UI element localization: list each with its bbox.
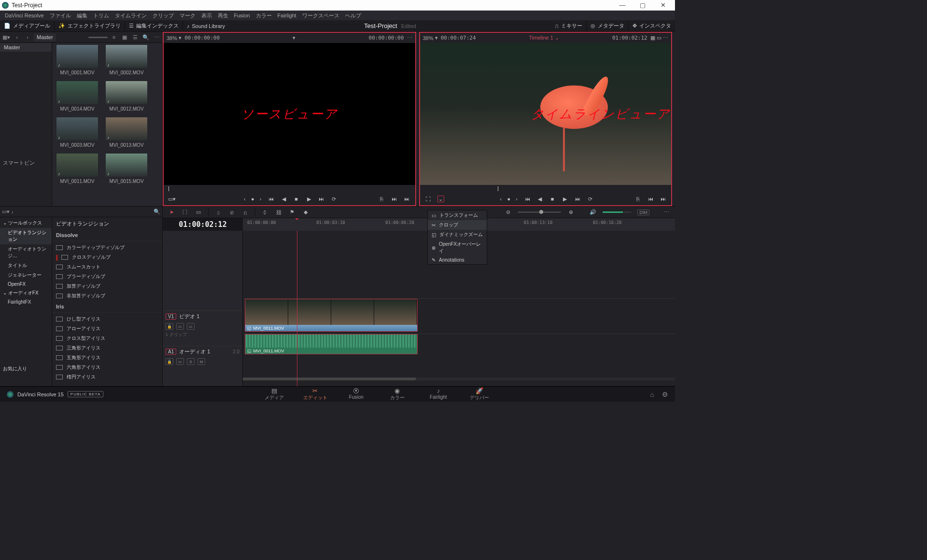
menu-item[interactable]: トリム (90, 12, 112, 19)
expand-icon[interactable]: ▭ (657, 35, 661, 41)
media-pool-toggle[interactable]: 📄 メディアプール (0, 20, 54, 32)
zoom-out-icon[interactable]: ⊖ (504, 209, 512, 216)
program-scrubber[interactable] (420, 185, 672, 193)
zoom-level[interactable]: 38% (167, 35, 177, 41)
nav-fwd-icon[interactable]: › (23, 33, 32, 42)
options-icon[interactable]: ⋯ (663, 35, 668, 41)
trim-tool-icon[interactable]: 〔〕 (181, 209, 189, 216)
horizontal-scrollbar[interactable] (243, 378, 675, 380)
menu-item[interactable]: カラー (253, 12, 275, 19)
transform-icon[interactable]: ⛶ (425, 196, 432, 202)
audio-track-header[interactable]: A1オーディオ 12.0 🔒▭SM (163, 346, 242, 369)
fx-item[interactable]: 六角形アイリス (52, 363, 162, 372)
page-media[interactable]: ▤メディア (253, 387, 295, 401)
close-button[interactable]: ✕ (653, 1, 673, 9)
stop-icon[interactable]: ■ (293, 196, 300, 202)
scopes-icon[interactable]: ▦ (650, 35, 655, 41)
step-fwd-icon[interactable]: ⏭ (318, 196, 325, 202)
menu-item[interactable]: 編集 (74, 12, 90, 19)
video-clip[interactable]: ◱MVI_0011.MOV (245, 299, 418, 332)
nav-icon[interactable]: › (12, 209, 14, 215)
play-icon[interactable]: ▶ (306, 196, 312, 202)
cat-audiofx[interactable]: ⌄ オーディオFX (0, 288, 52, 298)
sort-icon[interactable]: ≡ (110, 33, 118, 42)
insert-icon[interactable]: ⎘ (379, 196, 385, 202)
current-timecode[interactable]: 01:00:02:12 (163, 218, 243, 231)
loop-icon[interactable]: ⟳ (331, 196, 337, 202)
timeline-name[interactable]: Timeline 1 (529, 35, 553, 41)
cat-favorites[interactable]: お気に入り (0, 364, 52, 374)
page-edit[interactable]: ✂エディット (295, 387, 336, 401)
popup-annotations[interactable]: ✎Annotations (428, 256, 487, 264)
bin-list-icon[interactable]: ▦▾ (2, 33, 11, 42)
nav-first-icon[interactable]: ‹ (241, 196, 248, 202)
solo-button[interactable]: S (187, 358, 195, 365)
menu-item[interactable]: ワークスペース (299, 12, 342, 19)
fx-item[interactable]: 加算ディゾルブ (52, 281, 162, 291)
cat-audio-trans[interactable]: オーディオトランジ… (0, 244, 52, 261)
panel-menu-icon[interactable]: ▭▾ (2, 209, 10, 215)
match-frame-icon[interactable]: ⎘ (634, 196, 641, 202)
options-icon[interactable]: ⋯ (407, 35, 412, 41)
menu-item[interactable]: タイムライン (112, 12, 150, 19)
first-frame-icon[interactable]: ⏮ (524, 196, 531, 202)
insert-clip-icon[interactable]: ⎀ (214, 209, 222, 216)
fx-item[interactable]: 五角形アイリス (52, 353, 162, 363)
menu-item[interactable]: ヘルプ (342, 12, 364, 19)
fx-item[interactable]: ▌クロスディゾルブ (52, 252, 162, 262)
page-fairlight[interactable]: ♪Fairlight (418, 387, 459, 401)
record-arm-icon[interactable]: ▭ (176, 358, 184, 365)
inspector-toggle[interactable]: ✥ インスペクタ (629, 20, 675, 32)
menu-item[interactable]: 表示 (198, 12, 215, 19)
sound-lib-toggle[interactable]: ♪ Sound Library (183, 20, 229, 32)
fx-item[interactable]: クロス型アイリス (52, 334, 162, 343)
fx-item[interactable]: 楕円アイリス (52, 372, 162, 382)
zoom-level[interactable]: 38% (423, 35, 434, 41)
overwrite-icon[interactable]: ⏭ (391, 196, 398, 202)
clip-thumbnail[interactable]: MVI_0014.MOV (53, 80, 101, 115)
mute-button[interactable]: M (197, 358, 205, 365)
menu-item[interactable]: クリップ (150, 12, 177, 19)
magnet-icon[interactable]: ⧲ (261, 209, 269, 216)
clip-thumbnail[interactable]: MVI_0002.MOV (102, 44, 151, 79)
clip-thumbnail[interactable]: MVI_0015.MOV (102, 153, 151, 188)
breadcrumb[interactable]: Master (34, 33, 56, 42)
search-icon[interactable]: 🔍 (154, 209, 160, 215)
page-fusion[interactable]: ⦿Fusion (336, 387, 377, 401)
display-mode-icon[interactable]: ▭ (187, 323, 195, 330)
page-color[interactable]: ◉カラー (377, 387, 418, 401)
popup-crop[interactable]: ✂クロップ (428, 220, 487, 230)
search-icon[interactable]: 🔍 (141, 33, 150, 42)
cat-titles[interactable]: タイトル (0, 261, 52, 270)
lock-icon[interactable]: 🔒 (166, 323, 173, 330)
page-deliver[interactable]: 🚀デリバー (459, 387, 500, 401)
cat-fairlightfx[interactable]: FairlightFX (0, 298, 52, 306)
list-icon[interactable]: ☰ (131, 33, 140, 42)
append-icon[interactable]: ⏭ (404, 196, 410, 202)
step-fwd-icon[interactable]: ⏭ (574, 196, 581, 202)
clip-thumbnail[interactable]: MVI_0003.MOV (53, 116, 101, 152)
metadata-toggle[interactable]: ◎ メタデータ (587, 20, 628, 32)
link-icon[interactable]: ⛓ (275, 209, 282, 216)
flag-icon[interactable]: ⚑ (288, 209, 296, 216)
menu-item[interactable]: マーク (177, 12, 198, 19)
go-first-icon[interactable]: ⏮ (647, 196, 654, 202)
audio-clip[interactable]: ◱MVI_0011.MOV (245, 334, 418, 354)
clip-thumbnail[interactable]: MVI_0012.MOV (102, 80, 151, 115)
menu-item[interactable]: Fairlight (275, 13, 299, 18)
popup-openfx[interactable]: ⊛OpenFXオーバーレイ (428, 239, 487, 256)
zoom-slider[interactable] (518, 211, 561, 213)
home-icon[interactable]: ⌂ (650, 391, 654, 398)
fx-item[interactable]: 非加算ディゾルブ (52, 291, 162, 301)
cat-video-trans[interactable]: ビデオトランジション (0, 228, 52, 244)
volume-icon[interactable]: 🔊 (589, 209, 597, 216)
cat-toolbox[interactable]: ⌄ ツールボックス (0, 218, 52, 228)
overlay-menu-button[interactable]: ⌄ (437, 196, 444, 202)
clip-thumbnail[interactable]: MVI_0011.MOV (53, 153, 101, 188)
play-icon[interactable]: ▶ (562, 196, 568, 202)
loop-icon[interactable]: ⟳ (587, 196, 593, 202)
step-back-icon[interactable]: ◀ (536, 196, 543, 202)
first-frame-icon[interactable]: ⏮ (268, 196, 275, 202)
minimize-button[interactable]: — (612, 1, 632, 9)
settings-icon[interactable]: ⚙ (662, 391, 668, 398)
